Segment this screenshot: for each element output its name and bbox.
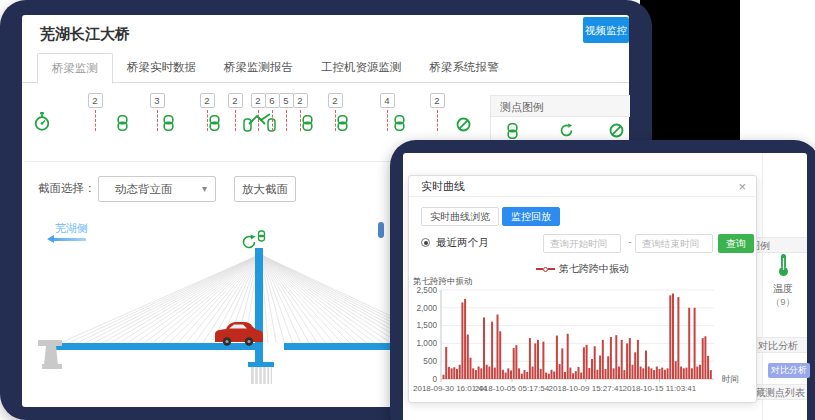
legend-marker-line (536, 268, 543, 270)
link-icon[interactable] (337, 115, 348, 135)
ban-icon[interactable] (456, 117, 471, 136)
scrollbar-thumb[interactable] (378, 222, 384, 238)
range-separator: - (625, 236, 635, 247)
link-icon[interactable] (259, 231, 265, 241)
link-icon[interactable] (209, 115, 220, 135)
sensor-dash-line (387, 110, 388, 131)
legend-marker-line (548, 268, 555, 270)
query-button[interactable]: 查询 (718, 234, 754, 253)
svg-text:2018-10-09 15:27:41: 2018-10-09 15:27:41 (549, 384, 624, 393)
modal-window: 测点图例 温度 （9） 对比分析 对比分析 隐藏测点列表 实时曲线 × (403, 153, 807, 420)
compare-section-label: 对比分析 (758, 340, 798, 351)
thermometer-icon (777, 263, 790, 280)
sensor-count-badge[interactable]: 6 (265, 93, 280, 108)
rotate-icon[interactable] (244, 235, 256, 248)
vibration-chart: 05001,0001,5002,0002,5002018-09-30 16:01… (411, 276, 756, 401)
link-icon[interactable] (302, 115, 313, 135)
sensor-count-badge[interactable]: 2 (200, 93, 215, 108)
enlarge-section-button[interactable]: 放大截面 (234, 176, 296, 202)
chart-legend[interactable]: 第七跨跨中振动 (409, 262, 756, 276)
sensor-count-badge[interactable]: 4 (380, 93, 395, 108)
radio-last-two-months[interactable] (421, 238, 430, 247)
legend-panel-title: 测点图例 (491, 95, 630, 117)
compare-analysis-button[interactable]: 对比分析 (768, 363, 810, 378)
close-icon[interactable]: × (738, 176, 746, 197)
sensor-count-badge[interactable]: 2 (88, 93, 103, 108)
sensor-count-badge[interactable]: 2 (430, 93, 445, 108)
sensor-dash-line (437, 110, 438, 131)
sensor-dash-line (286, 110, 287, 131)
temperature-count: （9） (758, 296, 808, 309)
svg-text:第七跨跨中振动: 第七跨跨中振动 (413, 276, 473, 286)
temperature-label: 温度 (758, 282, 808, 296)
modal-card-frame: 测点图例 温度 （9） 对比分析 对比分析 隐藏测点列表 实时曲线 × (390, 140, 815, 420)
sensor-dash-line (235, 110, 236, 131)
sensor-dash-line (95, 110, 96, 131)
link-icon[interactable] (394, 115, 405, 135)
svg-text:500: 500 (423, 357, 437, 366)
sensor-count-badge[interactable]: 2 (251, 93, 266, 108)
sensor-dash-line (272, 110, 273, 131)
temperature-item[interactable]: 温度 （9） (758, 253, 808, 309)
realtime-curve-dialog: 实时曲线 × 实时曲线浏览监控回放 最近两个月 - 查询 第七跨跨中振动 050… (408, 175, 757, 403)
section-select-value: 动态背立面 (115, 183, 173, 195)
dialog-tab-group: 实时曲线浏览监控回放 (421, 206, 563, 226)
query-start-input[interactable] (543, 234, 621, 253)
bridge-abutment (38, 340, 62, 369)
query-controls-row: 最近两个月 - 查询 (421, 234, 746, 253)
query-end-input[interactable] (635, 234, 713, 253)
sensor-dash-line (335, 110, 336, 131)
sensor-count-badge[interactable]: 2 (293, 93, 308, 108)
svg-text:1,000: 1,000 (417, 339, 438, 348)
sensor-count-badge[interactable]: 5 (279, 93, 294, 108)
legend-series-name: 第七跨跨中振动 (559, 263, 629, 274)
footing-cap (248, 362, 274, 367)
screenshot-stage: 芜湖长江大桥 桥梁监测桥梁实时数据桥梁监测报告工控机资源监测桥梁系统报警 视频监… (0, 0, 815, 420)
link-icon[interactable] (117, 115, 128, 135)
svg-text:0: 0 (432, 375, 437, 384)
tab-4[interactable]: 桥梁系统报警 (416, 53, 513, 83)
sensor-dash-line (207, 110, 208, 131)
tab-2[interactable]: 桥梁监测报告 (210, 53, 307, 83)
page-title: 芜湖长江大桥 (40, 25, 130, 44)
tab-0[interactable]: 桥梁监测 (37, 53, 113, 84)
footing-piles (251, 367, 272, 384)
backdrop-black-region (640, 0, 740, 140)
sensor-count-badge[interactable]: 2 (328, 93, 343, 108)
sensor-dash-line (157, 110, 158, 131)
sensor-dash-line (258, 110, 259, 131)
dialog-tab-0[interactable]: 实时曲线浏览 (421, 207, 499, 226)
section-select-label: 截面选择： (38, 181, 96, 196)
tab-3[interactable]: 工控机资源监测 (307, 53, 416, 83)
svg-text:时间: 时间 (722, 374, 739, 384)
timer-icon[interactable] (34, 111, 51, 136)
dialog-header: 实时曲线 × (409, 176, 756, 197)
svg-text:1,500: 1,500 (417, 321, 438, 330)
video-monitor-button[interactable]: 视频监控 (583, 17, 629, 43)
dialog-tab-1[interactable]: 监控回放 (502, 207, 560, 226)
sensor-count-badge[interactable]: 2 (228, 93, 243, 108)
bridge-deck-left (56, 343, 263, 350)
svg-text:2,000: 2,000 (417, 304, 438, 313)
chevron-down-icon: ▾ (202, 177, 207, 201)
main-tab-bar: 桥梁监测桥梁实时数据桥梁监测报告工控机资源监测桥梁系统报警 (22, 53, 629, 83)
dialog-title: 实时曲线 (421, 176, 465, 197)
svg-text:2,500: 2,500 (417, 286, 438, 295)
sensor-dash-line (300, 110, 301, 131)
svg-text:2018-10-05 05:17:54: 2018-10-05 05:17:54 (475, 384, 550, 393)
link-icon[interactable] (163, 115, 174, 135)
radio-label: 最近两个月 (436, 236, 489, 250)
section-select-dropdown[interactable]: 动态背立面 ▾ (98, 176, 216, 202)
svg-text:2018-10-15 11:03:41: 2018-10-15 11:03:41 (623, 384, 697, 393)
sensor-count-badge[interactable]: 3 (150, 93, 165, 108)
tab-1[interactable]: 桥梁实时数据 (113, 53, 210, 83)
bridge-elevation-drawing (30, 215, 450, 400)
